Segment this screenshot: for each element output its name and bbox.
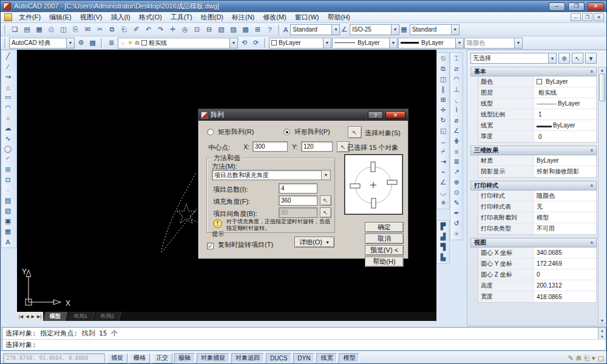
dialog-title-bar[interactable]: 阵列 ? ✕ xyxy=(198,109,408,121)
detail-button[interactable]: 详细(O) ▼ xyxy=(294,237,334,248)
property-row[interactable]: 颜色 ByLayer xyxy=(478,76,596,87)
property-row[interactable]: 厚度 0 xyxy=(478,131,596,142)
mtext-icon[interactable]: A xyxy=(2,237,13,247)
status-toggle-button[interactable]: 对象捕捉 xyxy=(197,353,229,363)
layout-tab[interactable]: 模型 xyxy=(44,312,68,321)
workspace-save-icon[interactable]: ▩ xyxy=(87,38,98,49)
chevron-down-icon[interactable]: ▼ xyxy=(229,38,237,48)
move-icon[interactable]: ✛ xyxy=(438,105,449,115)
rectangular-array-radio[interactable]: 矩形阵列(R) xyxy=(207,127,254,136)
plot-icon[interactable]: ⎙ xyxy=(46,24,57,35)
dialog-help-button[interactable]: ? xyxy=(368,111,383,119)
scroll-down-icon[interactable]: ▼ xyxy=(600,318,605,323)
toolbar-grip[interactable] xyxy=(278,25,280,35)
command-scrollbar[interactable]: ▲ ▼ xyxy=(598,328,606,339)
menu-item[interactable]: 帮助(H) xyxy=(324,12,354,22)
save-icon[interactable]: ▦ xyxy=(33,24,45,35)
offset-icon[interactable]: ∥ xyxy=(438,84,449,95)
insert-block-icon[interactable]: ⊞ xyxy=(2,164,13,175)
tolerance-icon[interactable]: ⊕ xyxy=(451,177,462,187)
line-icon[interactable]: ╱ xyxy=(2,51,13,61)
collapse-icon[interactable]: « xyxy=(588,149,594,152)
property-row[interactable]: 打印样式表 无 xyxy=(478,201,596,212)
polyline-icon[interactable]: ↝ xyxy=(2,72,13,82)
tab-nav-arrow-icon[interactable]: ▶| xyxy=(36,314,42,319)
property-row[interactable]: 图层 粗实线 xyxy=(478,87,596,98)
section-header[interactable]: 打印样式 « xyxy=(470,181,597,190)
collapse-icon[interactable]: « xyxy=(588,241,594,244)
open-icon[interactable]: ▤ xyxy=(21,24,33,35)
cancel-button[interactable]: 取消 xyxy=(365,234,404,244)
property-row[interactable]: 线型比例 1 xyxy=(478,109,596,120)
explode-icon[interactable]: ✳ xyxy=(438,198,449,208)
toolbar-grip[interactable] xyxy=(264,38,266,48)
diameter-dim-icon[interactable]: ⌀ xyxy=(451,115,462,126)
plotstyle-control-combo[interactable]: 随颜色 ▼ xyxy=(464,38,523,49)
property-row[interactable]: 材质 ByLayer xyxy=(478,155,596,166)
tab-nav-arrow-icon[interactable]: ▶ xyxy=(31,314,35,319)
arc-icon[interactable]: ◠ xyxy=(2,103,13,113)
zoom-previous-icon[interactable]: ⊟ xyxy=(203,24,215,35)
array-icon[interactable]: ⊞ xyxy=(438,95,449,105)
zoom-realtime-icon[interactable]: ◎ xyxy=(179,24,191,35)
rotate-items-checkbox[interactable]: ✓ 复制时旋转项目(T) xyxy=(207,240,273,249)
bring-above-icon[interactable]: ▜ xyxy=(438,242,449,252)
table-style-combo[interactable]: Standard ▼ xyxy=(410,24,459,35)
chevron-down-icon[interactable]: ▼ xyxy=(66,38,74,48)
linetype-control-combo[interactable]: ByLayer ▼ xyxy=(332,38,398,49)
property-row[interactable]: 打印表类型 不可用 xyxy=(478,223,596,234)
quick-dim-icon[interactable]: ⋕ xyxy=(451,136,462,146)
status-toggle-button[interactable]: DUCS xyxy=(266,353,291,363)
total-items-input[interactable] xyxy=(279,183,317,194)
copy-icon[interactable]: ⧉ xyxy=(438,64,449,74)
chamfer-icon[interactable]: ∠ xyxy=(438,177,449,187)
status-toggle-button[interactable]: DYN xyxy=(293,353,314,363)
plot-notify-icon[interactable]: ⎗ xyxy=(584,354,589,362)
property-row[interactable]: 圆心 Z 坐标 0 xyxy=(478,269,596,280)
menu-item[interactable]: 绘图(D) xyxy=(197,12,228,22)
tab-nav-arrow-icon[interactable]: |◀ xyxy=(18,314,24,319)
dim-style-icon[interactable]: ⍟ xyxy=(451,229,462,239)
property-row[interactable]: 打印样式 随颜色 xyxy=(478,190,596,201)
angular-dim-icon[interactable]: ∠ xyxy=(451,126,462,136)
chevron-down-icon[interactable]: ▼ xyxy=(321,170,330,180)
arc-length-icon[interactable]: ◠ xyxy=(451,74,462,84)
pan-icon[interactable]: ✛ xyxy=(167,24,178,35)
text-style-combo[interactable]: Standard ▼ xyxy=(290,24,340,35)
table-icon[interactable]: ▦ xyxy=(2,226,13,237)
toolbar-grip[interactable] xyxy=(4,38,7,48)
extend-icon[interactable]: ⇥ xyxy=(438,157,449,167)
dim-style-icon[interactable]: ∠ xyxy=(341,25,347,33)
layout-tab[interactable]: 布局2 xyxy=(94,312,121,321)
scroll-down-icon[interactable]: ▼ xyxy=(601,334,603,339)
workspace-combo[interactable]: AutoCAD 经典 ▼ xyxy=(9,38,75,49)
center-x-input[interactable] xyxy=(253,141,288,152)
dim-edit-icon[interactable]: ✎ xyxy=(451,198,462,208)
status-toggle-button[interactable]: 捕捉 xyxy=(107,353,127,363)
make-object-layer-current-icon[interactable]: ⟲ xyxy=(239,38,250,49)
radio-selected-icon[interactable] xyxy=(283,129,290,135)
menu-item[interactable]: 标注(N) xyxy=(228,12,259,22)
workspace-settings-icon[interactable]: ⚙ xyxy=(75,38,87,49)
zoom-window-icon[interactable]: ⊡ xyxy=(191,24,203,35)
menu-item[interactable]: 格式(O) xyxy=(135,12,166,22)
status-toggle-button[interactable]: 正交 xyxy=(152,353,172,363)
menu-item[interactable]: 修改(M) xyxy=(259,12,291,22)
menu-item[interactable]: 窗口(W) xyxy=(291,12,324,22)
property-row[interactable]: 圆心 X 坐标 340.0685 xyxy=(478,248,596,258)
linear-dim-icon[interactable]: ⌶ xyxy=(451,53,462,64)
palette-scrollbar[interactable]: ▲ ▼ xyxy=(598,67,606,324)
doc-close-button[interactable]: ✕ xyxy=(594,13,604,21)
chevron-down-icon[interactable]: ▼ xyxy=(514,38,522,48)
menu-item[interactable]: 文件(F) xyxy=(15,12,45,22)
stretch-icon[interactable]: ↔ xyxy=(438,136,449,146)
redo-icon[interactable]: ↷ xyxy=(155,24,166,35)
radio-icon[interactable] xyxy=(207,129,214,135)
gradient-icon[interactable]: ▧ xyxy=(2,206,13,216)
pickadd-toggle-icon[interactable]: ⊕ xyxy=(558,53,570,64)
fillet-icon[interactable]: ◡ xyxy=(438,187,449,198)
lineweight-control-combo[interactable]: ByLayer ▼ xyxy=(398,38,464,49)
dim-text-edit-icon[interactable]: ✒ xyxy=(451,208,462,218)
scroll-thumb[interactable] xyxy=(599,73,605,101)
continue-dim-icon[interactable]: ≣ xyxy=(451,157,462,167)
